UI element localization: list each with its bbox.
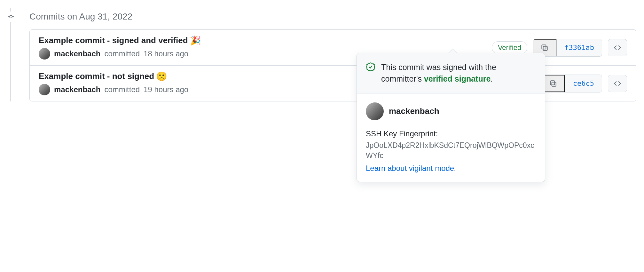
- code-icon: [613, 79, 622, 88]
- avatar[interactable]: [39, 84, 50, 95]
- avatar[interactable]: [39, 48, 50, 60]
- commit-sha-link[interactable]: f3361ab: [556, 39, 602, 56]
- popover-header-text: This commit was signed with the committe…: [381, 61, 536, 85]
- verified-badge[interactable]: Verified: [492, 41, 527, 54]
- copy-sha-button[interactable]: [542, 75, 565, 92]
- commit-meta-time: 19 hours ago: [144, 85, 188, 94]
- commit-meta-time: 18 hours ago: [144, 49, 188, 58]
- commit-title-link[interactable]: Example commit - not signed: [39, 71, 154, 81]
- vigilant-mode-link[interactable]: Learn about vigilant mode: [366, 164, 454, 172]
- commit-meta-action: committed: [104, 49, 140, 58]
- commit-sha-link[interactable]: ce6c5: [565, 75, 602, 92]
- svg-rect-3: [543, 46, 547, 50]
- verified-popover: This commit was signed with the committe…: [357, 53, 545, 182]
- commit-group-title: Commits on Aug 31, 2022: [20, 8, 644, 29]
- frowning-face-emoji: 🙁: [156, 72, 167, 81]
- commit-title-link[interactable]: Example commit - signed and verified: [39, 36, 188, 45]
- copy-icon: [540, 44, 549, 52]
- timeline-marker: [6, 12, 16, 22]
- browse-code-button[interactable]: [608, 39, 627, 56]
- commit-node-icon: [8, 13, 14, 20]
- popover-username-link[interactable]: mackenbach: [389, 106, 439, 116]
- svg-point-0: [10, 15, 12, 18]
- party-popper-emoji: 🎉: [190, 36, 201, 45]
- browse-code-button[interactable]: [608, 75, 627, 92]
- copy-icon: [549, 79, 557, 88]
- verified-check-icon: [366, 62, 375, 72]
- avatar[interactable]: [366, 102, 384, 120]
- commit-author-link[interactable]: mackenbach: [54, 85, 100, 94]
- commit-row: Example commit - signed and verified 🎉 m…: [30, 30, 636, 65]
- commit-author-link[interactable]: mackenbach: [54, 49, 100, 58]
- svg-rect-6: [550, 81, 554, 85]
- fingerprint-label: SSH Key Fingerprint:: [366, 129, 536, 138]
- svg-rect-4: [542, 45, 546, 49]
- commit-list: Example commit - signed and verified 🎉 m…: [29, 29, 636, 101]
- code-icon: [613, 44, 622, 52]
- fingerprint-value: JpOoLXD4p2R2HxlbKSdCt7EQrojWlBQWpOPc0xcW…: [366, 140, 536, 161]
- commit-meta-action: committed: [104, 85, 140, 94]
- svg-rect-5: [552, 82, 556, 86]
